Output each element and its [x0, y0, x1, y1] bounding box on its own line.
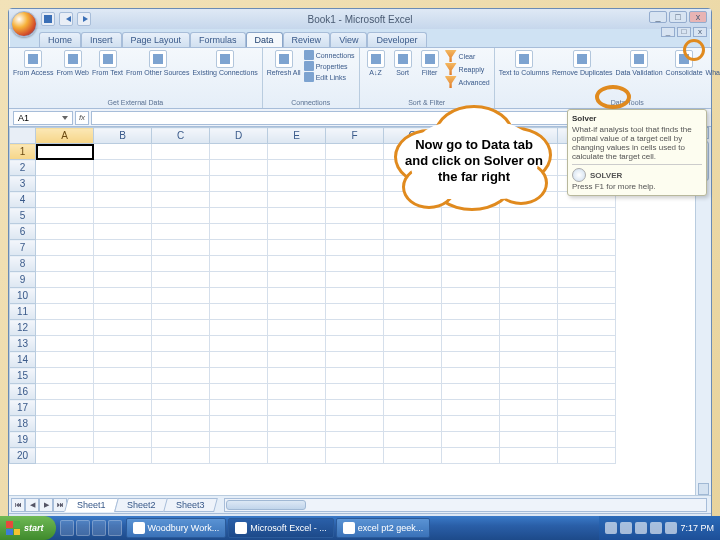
cell[interactable]: [442, 320, 500, 336]
cell[interactable]: [94, 256, 152, 272]
row-header[interactable]: 20: [10, 448, 36, 464]
cell[interactable]: [268, 224, 326, 240]
cell[interactable]: [442, 240, 500, 256]
cell[interactable]: [268, 160, 326, 176]
cell[interactable]: [558, 416, 616, 432]
cell[interactable]: [326, 368, 384, 384]
clock[interactable]: 7:17 PM: [680, 523, 714, 533]
cell[interactable]: [326, 176, 384, 192]
cell[interactable]: [36, 448, 94, 464]
cell[interactable]: [326, 448, 384, 464]
cell[interactable]: [36, 352, 94, 368]
cell[interactable]: [268, 320, 326, 336]
cell[interactable]: [384, 288, 442, 304]
cell[interactable]: [326, 256, 384, 272]
tab-page-layout[interactable]: Page Layout: [122, 32, 191, 47]
cell[interactable]: [94, 160, 152, 176]
cell[interactable]: [210, 448, 268, 464]
cell[interactable]: [384, 240, 442, 256]
cell[interactable]: [36, 224, 94, 240]
cell[interactable]: [268, 400, 326, 416]
row-header[interactable]: 3: [10, 176, 36, 192]
cell[interactable]: [500, 256, 558, 272]
cell[interactable]: [558, 400, 616, 416]
tab-view[interactable]: View: [330, 32, 367, 47]
cell[interactable]: [500, 432, 558, 448]
cell[interactable]: [268, 384, 326, 400]
cell[interactable]: [442, 368, 500, 384]
col-header[interactable]: F: [326, 128, 384, 144]
sheet-tab-3[interactable]: Sheet3: [163, 498, 217, 512]
cell[interactable]: [384, 304, 442, 320]
cell[interactable]: [94, 176, 152, 192]
cell[interactable]: [152, 432, 210, 448]
tray-icon[interactable]: [650, 522, 662, 534]
cell[interactable]: [326, 432, 384, 448]
cell[interactable]: [210, 272, 268, 288]
row-header[interactable]: 6: [10, 224, 36, 240]
close-button[interactable]: x: [689, 11, 707, 23]
row-header[interactable]: 18: [10, 416, 36, 432]
cell[interactable]: [36, 240, 94, 256]
cell[interactable]: [210, 288, 268, 304]
cell[interactable]: [268, 272, 326, 288]
sheet-tab-1[interactable]: Sheet1: [64, 498, 118, 512]
cell[interactable]: [442, 448, 500, 464]
col-header[interactable]: B: [94, 128, 152, 144]
cell[interactable]: [384, 256, 442, 272]
cell[interactable]: [326, 384, 384, 400]
cell[interactable]: [210, 416, 268, 432]
cell[interactable]: [94, 400, 152, 416]
taskbar-item-3[interactable]: excel pt2 geek...: [336, 518, 431, 538]
cell[interactable]: [210, 192, 268, 208]
tab-developer[interactable]: Developer: [367, 32, 426, 47]
cell[interactable]: [94, 384, 152, 400]
cell[interactable]: [558, 288, 616, 304]
cell[interactable]: [558, 384, 616, 400]
cell[interactable]: [94, 288, 152, 304]
cell[interactable]: [268, 368, 326, 384]
cell[interactable]: [326, 336, 384, 352]
row-header[interactable]: 5: [10, 208, 36, 224]
cell[interactable]: [36, 320, 94, 336]
col-header[interactable]: A: [36, 128, 94, 144]
cell[interactable]: [268, 240, 326, 256]
cell[interactable]: [94, 368, 152, 384]
cell[interactable]: [500, 304, 558, 320]
tab-data[interactable]: Data: [246, 32, 283, 47]
what-if-button[interactable]: What-If Analysis: [706, 50, 720, 77]
cell[interactable]: [152, 336, 210, 352]
cell[interactable]: [500, 416, 558, 432]
cell[interactable]: [36, 304, 94, 320]
cell[interactable]: [558, 304, 616, 320]
cell[interactable]: [210, 400, 268, 416]
cell[interactable]: [384, 416, 442, 432]
cell[interactable]: [210, 352, 268, 368]
cell[interactable]: [94, 224, 152, 240]
name-box[interactable]: A1: [13, 111, 73, 125]
data-validation-button[interactable]: Data Validation: [616, 50, 663, 77]
cell[interactable]: [268, 256, 326, 272]
cell[interactable]: [558, 208, 616, 224]
row-header[interactable]: 7: [10, 240, 36, 256]
cell[interactable]: [558, 272, 616, 288]
cell[interactable]: [152, 208, 210, 224]
cell[interactable]: [442, 384, 500, 400]
row-header[interactable]: 1: [10, 144, 36, 160]
row-header[interactable]: 11: [10, 304, 36, 320]
cell[interactable]: [384, 432, 442, 448]
reapply-button[interactable]: Reapply: [445, 63, 490, 75]
cell[interactable]: [442, 352, 500, 368]
cell[interactable]: [94, 304, 152, 320]
cell[interactable]: [442, 224, 500, 240]
cell[interactable]: [384, 448, 442, 464]
ql-icon-2[interactable]: [76, 520, 90, 536]
cell[interactable]: [326, 416, 384, 432]
cell[interactable]: [500, 368, 558, 384]
cell[interactable]: [210, 176, 268, 192]
cell[interactable]: [558, 432, 616, 448]
cell[interactable]: [384, 272, 442, 288]
tray-icon[interactable]: [605, 522, 617, 534]
cell[interactable]: [558, 448, 616, 464]
cell[interactable]: [210, 432, 268, 448]
